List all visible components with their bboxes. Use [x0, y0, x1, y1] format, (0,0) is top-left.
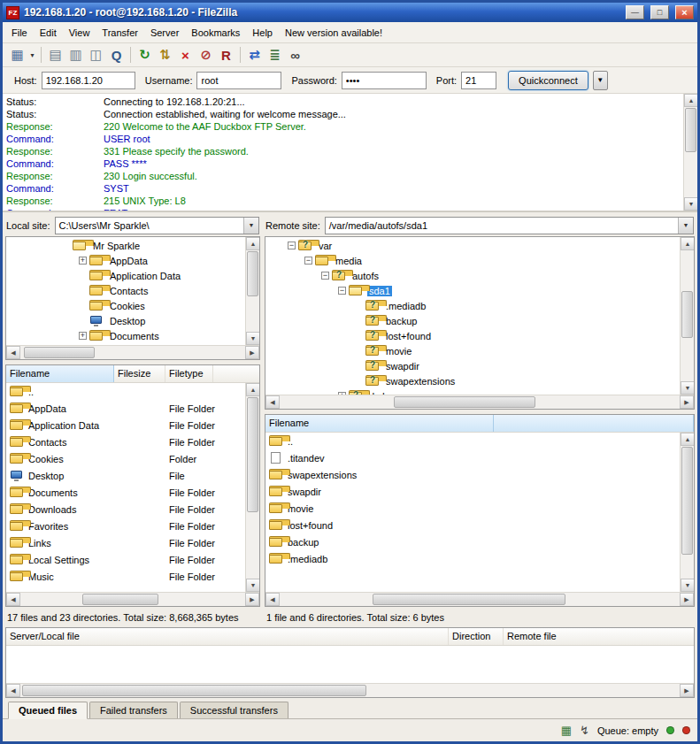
username-input[interactable]: [196, 72, 281, 89]
minimize-button[interactable]: —: [626, 5, 644, 19]
cancel-icon[interactable]: ×: [175, 45, 196, 65]
scrollbar-thumb[interactable]: [247, 251, 258, 296]
filter-icon[interactable]: Q: [106, 45, 127, 65]
queue-column-header-direction[interactable]: Direction: [449, 628, 504, 645]
remote-tree-item-autofs[interactable]: −autofs: [265, 268, 679, 283]
tab-failed-transfers[interactable]: Failed transfers: [89, 702, 178, 718]
menu-item-edit[interactable]: Edit: [34, 24, 63, 42]
horizontal-scrollbar[interactable]: ◀▶: [6, 592, 259, 606]
directory-compare-icon[interactable]: ≣: [265, 45, 285, 65]
vertical-scrollbar[interactable]: ▲▼: [680, 433, 694, 592]
scroll-right-icon[interactable]: ▶: [680, 684, 694, 697]
reconnect-icon[interactable]: R: [216, 45, 236, 65]
queue-column-header-remote-file[interactable]: Remote file: [504, 628, 694, 645]
site-manager-icon[interactable]: ▦: [7, 45, 27, 65]
scroll-down-icon[interactable]: ▼: [681, 579, 694, 592]
sync-browsing-icon[interactable]: ⇄: [244, 45, 265, 65]
refresh-icon[interactable]: ↻: [135, 45, 155, 65]
queue-column-header-server-local-file[interactable]: Server/Local file: [6, 628, 449, 645]
close-button[interactable]: ×: [675, 5, 694, 19]
local-site-dropdown-icon[interactable]: ▼: [243, 218, 258, 234]
column-header-filename[interactable]: Filename: [265, 415, 494, 432]
file-row-swapdir[interactable]: swapdir: [265, 483, 679, 500]
local-tree-item-cookies[interactable]: Cookies: [6, 298, 244, 313]
file-row-[interactable]: ..: [265, 433, 679, 449]
scroll-up-icon[interactable]: ▲: [681, 433, 694, 446]
file-row-downloads[interactable]: DownloadsFile Folder: [6, 501, 244, 518]
collapse-minus-icon[interactable]: −: [338, 287, 346, 295]
scroll-right-icon[interactable]: ▶: [245, 346, 259, 359]
menu-item-view[interactable]: View: [63, 24, 96, 42]
local-tree-item-appdata[interactable]: +AppData: [6, 253, 244, 268]
remote-tree-item-lost-found[interactable]: lost+found: [265, 328, 679, 343]
scrollbar-thumb[interactable]: [22, 685, 366, 696]
scrollbar-thumb[interactable]: [681, 447, 693, 555]
file-row-documents[interactable]: DocumentsFile Folder: [6, 484, 244, 501]
tab-successful-transfers[interactable]: Successful transfers: [180, 702, 288, 718]
file-row-backup[interactable]: backup: [265, 533, 679, 550]
remote-site-dropdown-icon[interactable]: ▼: [678, 218, 693, 234]
file-row-[interactable]: ..: [6, 383, 244, 400]
file-row-appdata[interactable]: AppDataFile Folder: [6, 400, 244, 417]
vertical-scrollbar[interactable]: ▲▼: [245, 383, 259, 592]
vertical-scrollbar[interactable]: ▲▼: [683, 94, 697, 211]
scrollbar-thumb[interactable]: [82, 594, 158, 605]
scroll-down-icon[interactable]: ▼: [684, 197, 697, 211]
file-row-swapextensions[interactable]: swapextensions: [265, 466, 679, 483]
menu-item-transfer[interactable]: Transfer: [96, 24, 144, 42]
collapse-minus-icon[interactable]: −: [321, 272, 329, 280]
file-row-links[interactable]: LinksFile Folder: [6, 534, 244, 551]
remote-tree-item-movie[interactable]: movie: [265, 343, 679, 358]
remote-tree-item-media[interactable]: −media: [265, 253, 679, 268]
scroll-up-icon[interactable]: ▲: [246, 237, 259, 250]
scrollbar-thumb[interactable]: [685, 108, 696, 152]
local-tree-item-application-data[interactable]: Application Data: [6, 268, 244, 283]
scroll-up-icon[interactable]: ▲: [684, 94, 697, 107]
toggle-local-tree-icon[interactable]: ▥: [65, 45, 86, 65]
disconnect-icon[interactable]: ⊘: [196, 45, 216, 65]
vertical-scrollbar[interactable]: ▲▼: [680, 237, 694, 395]
local-tree-item-mr-sparkle[interactable]: Mr Sparkle: [6, 238, 244, 253]
remote-tree-item-backup[interactable]: backup: [265, 313, 679, 328]
menu-item-file[interactable]: File: [5, 24, 34, 42]
host-input[interactable]: [42, 72, 135, 89]
scrollbar-thumb[interactable]: [681, 291, 693, 338]
file-row-music[interactable]: MusicFile Folder: [6, 568, 244, 585]
directory-compare-indicator-icon[interactable]: ▦: [561, 725, 572, 736]
collapse-minus-icon[interactable]: −: [288, 242, 296, 249]
column-header-filename[interactable]: Filename: [6, 365, 114, 382]
tab-queued-files[interactable]: Queued files: [8, 702, 88, 719]
title-bar[interactable]: FZ 192.168.1.20 - root@192.168.1.20 - Fi…: [3, 3, 697, 22]
file-row-desktop[interactable]: DesktopFile: [6, 467, 244, 484]
scrollbar-thumb[interactable]: [373, 594, 565, 605]
scroll-right-icon[interactable]: ▶: [680, 395, 694, 409]
password-input[interactable]: [342, 72, 427, 89]
file-row-lost-found[interactable]: lost+found: [265, 517, 679, 533]
horizontal-scrollbar[interactable]: ◀▶: [6, 683, 694, 697]
scroll-left-icon[interactable]: ◀: [6, 593, 20, 606]
find-icon[interactable]: ∞: [285, 45, 305, 65]
quickconnect-button[interactable]: Quickconnect: [508, 71, 588, 90]
file-row-titandev[interactable]: .titandev: [265, 449, 679, 466]
scroll-left-icon[interactable]: ◀: [6, 684, 20, 697]
remote-tree-item-var[interactable]: −var: [265, 238, 679, 253]
file-row-contacts[interactable]: ContactsFile Folder: [6, 433, 244, 450]
local-tree-item-contacts[interactable]: Contacts: [6, 283, 244, 298]
scroll-left-icon[interactable]: ◀: [6, 346, 20, 359]
file-row-cookies[interactable]: CookiesFolder: [6, 450, 244, 467]
remote-site-combo[interactable]: /var/media/autofs/sda1 ▼: [325, 217, 694, 234]
scroll-down-icon[interactable]: ▼: [246, 332, 259, 345]
scroll-down-icon[interactable]: ▼: [246, 579, 259, 592]
remote-tree-item-dvd[interactable]: +dvd: [265, 388, 679, 395]
scrollbar-thumb[interactable]: [247, 397, 258, 512]
expand-plus-icon[interactable]: +: [79, 257, 87, 265]
column-header-filesize[interactable]: Filesize: [114, 365, 165, 382]
horizontal-scrollbar[interactable]: ◀▶: [265, 395, 694, 409]
remote-tree-item-swapextensions[interactable]: swapextensions: [265, 373, 679, 388]
horizontal-scrollbar[interactable]: ◀▶: [265, 592, 694, 606]
scroll-left-icon[interactable]: ◀: [265, 593, 280, 606]
local-tree-item-desktop[interactable]: Desktop: [6, 313, 244, 328]
toggle-log-icon[interactable]: ▤: [45, 45, 65, 65]
quickconnect-dropdown-icon[interactable]: ▼: [593, 71, 608, 90]
maximize-button[interactable]: □: [650, 5, 669, 19]
